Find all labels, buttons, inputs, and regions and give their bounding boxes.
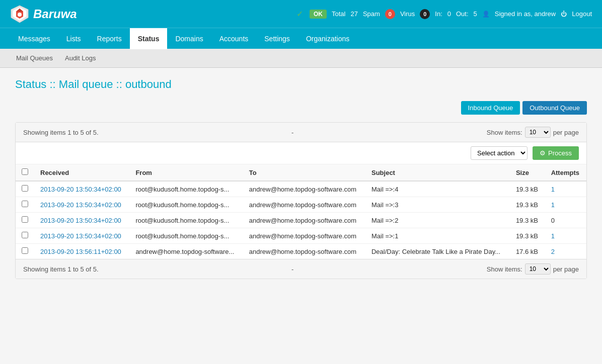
nav-reports[interactable]: Reports	[89, 28, 130, 49]
row-received: 2013-09-20 13:50:34+02:00	[34, 213, 129, 228]
row-to: andrew@home.topdog-software.com	[243, 213, 365, 228]
row-received: 2013-09-20 13:50:34+02:00	[34, 228, 129, 244]
show-items-label-bottom: Show items:	[487, 265, 522, 273]
in-count: 0	[447, 10, 451, 18]
received-link[interactable]: 2013-09-20 13:56:11+02:00	[40, 248, 121, 255]
row-checkbox[interactable]	[16, 181, 34, 197]
out-count: 5	[474, 10, 477, 18]
col-received: Received	[34, 164, 129, 181]
nav-organizations[interactable]: Organizations	[298, 28, 357, 49]
show-items-bottom: Show items: 10 25 50 100 per page	[487, 263, 579, 275]
subnav-audit-logs[interactable]: Audit Logs	[59, 50, 102, 66]
row-checkbox[interactable]	[16, 197, 34, 213]
subnav: Mail Queues Audit Logs	[0, 49, 602, 68]
row-attempts: 0	[545, 213, 586, 228]
row-from: root@kudusoft.home.topdog-s...	[129, 197, 243, 213]
table-row: 2013-09-20 13:56:11+02:00 andrew@home.to…	[16, 244, 586, 259]
row-received: 2013-09-20 13:50:34+02:00	[34, 197, 129, 213]
row-checkbox[interactable]	[16, 228, 34, 244]
received-link[interactable]: 2013-09-20 13:50:34+02:00	[40, 186, 121, 193]
col-subject: Subject	[365, 164, 510, 181]
svg-point-2	[18, 13, 22, 17]
subnav-mail-queues[interactable]: Mail Queues	[10, 50, 59, 66]
inbound-queue-button[interactable]: Inbound Queue	[461, 101, 520, 115]
process-button[interactable]: ⚙ Process	[533, 146, 579, 160]
virus-badge: 0	[420, 9, 430, 19]
logo-icon	[10, 5, 29, 24]
select-all-checkbox[interactable]	[22, 168, 28, 175]
row-to: andrew@home.topdog-software.com	[243, 181, 365, 197]
showing-text-bottom: Showing items 1 to 5 of 5.	[23, 265, 99, 273]
row-subject: Deal/Day: Celebrate Talk Like a Pirate D…	[365, 244, 510, 259]
nav-settings[interactable]: Settings	[256, 28, 298, 49]
outbound-queue-button[interactable]: Outbound Queue	[522, 101, 587, 115]
action-bar: Select action Delete Requeue ⚙ Process	[16, 142, 586, 164]
logo-area: Baruwa	[10, 5, 77, 24]
nav-messages[interactable]: Messages	[10, 28, 58, 49]
navbar: Messages Lists Reports Status Domains Ac…	[0, 28, 602, 49]
row-from: andrew@home.topdog-software...	[129, 244, 243, 259]
out-label: Out:	[456, 10, 469, 18]
checkmark-icon: ✓	[296, 9, 303, 19]
nav-accounts[interactable]: Accounts	[211, 28, 257, 49]
row-checkbox[interactable]	[16, 244, 34, 259]
total-label: Total	[332, 10, 345, 18]
total-count: 27	[350, 10, 357, 18]
col-attempts: Attempts	[545, 164, 586, 181]
per-page-select-bottom[interactable]: 10 25 50 100	[525, 263, 551, 275]
col-to: To	[243, 164, 365, 181]
show-items-top: Show items: 10 25 50 100 per page	[487, 127, 579, 138]
page-title: Status :: Mail queue :: outbound	[15, 78, 587, 91]
row-size: 19.3 kB	[510, 213, 545, 228]
per-page-label-top: per page	[553, 129, 579, 136]
attempts-link[interactable]: 1	[551, 232, 555, 240]
row-received: 2013-09-20 13:50:34+02:00	[34, 181, 129, 197]
row-size: 19.3 kB	[510, 228, 545, 244]
nav-lists[interactable]: Lists	[58, 28, 89, 49]
row-checkbox[interactable]	[16, 213, 34, 228]
table-top-info-bar: Showing items 1 to 5 of 5. - Show items:…	[16, 123, 586, 142]
per-page-label-bottom: per page	[553, 265, 579, 273]
attempts-link[interactable]: 2	[551, 248, 555, 255]
table-row: 2013-09-20 13:50:34+02:00 root@kudusoft.…	[16, 197, 586, 213]
col-from: From	[129, 164, 243, 181]
row-subject: Mail =>:4	[365, 181, 510, 197]
row-attempts: 2	[545, 244, 586, 259]
row-to: andrew@home.topdog-software.com	[243, 197, 365, 213]
per-page-select-top[interactable]: 10 25 50 100	[525, 127, 551, 138]
row-received: 2013-09-20 13:56:11+02:00	[34, 244, 129, 259]
attempts-link[interactable]: 1	[551, 201, 555, 209]
table-row: 2013-09-20 13:50:34+02:00 root@kudusoft.…	[16, 228, 586, 244]
separator-bottom: -	[291, 265, 293, 273]
logo-text: Baruwa	[33, 7, 77, 21]
signed-in-label: Signed in as, andrew	[495, 10, 556, 18]
logout-link[interactable]: Logout	[572, 10, 592, 18]
received-link[interactable]: 2013-09-20 13:50:34+02:00	[40, 217, 121, 224]
nav-domains[interactable]: Domains	[167, 28, 211, 49]
row-attempts: 1	[545, 197, 586, 213]
row-size: 19.3 kB	[510, 181, 545, 197]
user-icon	[482, 10, 490, 18]
virus-label: Virus	[400, 10, 415, 18]
received-link[interactable]: 2013-09-20 13:50:34+02:00	[40, 232, 121, 240]
queue-table: Received From To Subject Size Attempts 2…	[16, 164, 586, 259]
row-subject: Mail =>:1	[365, 228, 510, 244]
status-bar: ✓ OK Total 27 Spam 0 Virus 0 In: 0 Out: …	[296, 9, 592, 19]
received-link[interactable]: 2013-09-20 13:50:34+02:00	[40, 201, 121, 209]
select-action-dropdown[interactable]: Select action Delete Requeue	[471, 146, 528, 160]
separator-top: -	[291, 129, 293, 136]
nav-status[interactable]: Status	[130, 28, 168, 49]
show-items-label-top: Show items:	[487, 129, 522, 136]
row-to: andrew@home.topdog-software.com	[243, 228, 365, 244]
spam-badge: 0	[385, 9, 395, 19]
table-row: 2013-09-20 13:50:34+02:00 root@kudusoft.…	[16, 213, 586, 228]
col-size: Size	[510, 164, 545, 181]
spam-label: Spam	[363, 10, 380, 18]
table-container: Showing items 1 to 5 of 5. - Show items:…	[15, 122, 587, 279]
row-attempts: 1	[545, 181, 586, 197]
in-label: In:	[435, 10, 442, 18]
topbar: Baruwa ✓ OK Total 27 Spam 0 Virus 0 In: …	[0, 0, 602, 28]
status-ok-badge: OK	[310, 10, 327, 19]
attempts-link[interactable]: 1	[551, 186, 555, 193]
row-from: root@kudusoft.home.topdog-s...	[129, 213, 243, 228]
